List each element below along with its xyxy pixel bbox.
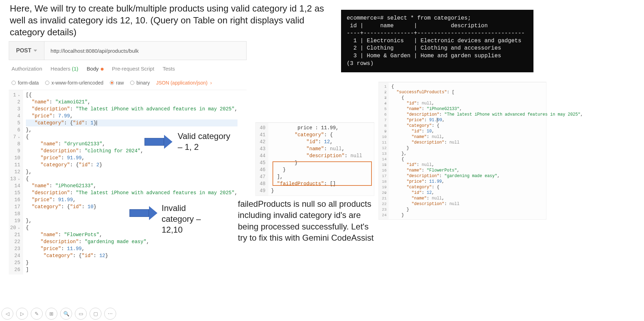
annot-invalid: Invalid category – 12,10 — [162, 203, 218, 235]
db-terminal: ecommerce=# select * from categories; id… — [341, 10, 533, 72]
http-method-label: POST — [16, 48, 31, 54]
request-tabs: Authorization Headers (1) Body Pre-reque… — [9, 60, 247, 77]
url-input[interactable]: http://localhost:8080/api/products/bulk — [44, 42, 246, 60]
pen-icon[interactable]: ✎ — [31, 308, 43, 320]
prev-button[interactable]: ◁ — [1, 308, 13, 320]
camera-icon[interactable]: ▢ — [90, 308, 101, 320]
radio-binary[interactable]: binary — [130, 80, 150, 86]
body-type-options: form-data x-www-form-urlencoded raw bina… — [9, 77, 247, 90]
request-bar: POST http://localhost:8080/api/products/… — [9, 41, 247, 60]
tab-body[interactable]: Body — [87, 66, 104, 74]
radio-formdata[interactable]: form-data — [12, 80, 39, 86]
arrow-valid — [144, 135, 172, 149]
more-icon[interactable]: ⋯ — [104, 308, 116, 320]
subtitle-icon[interactable]: ▭ — [75, 308, 87, 320]
tab-headers[interactable]: Headers (1) — [51, 66, 78, 74]
tab-prerequest[interactable]: Pre-request Script — [112, 66, 154, 74]
explanation-top: Here, We will try to create bulk/multipl… — [10, 3, 332, 38]
tab-authorization[interactable]: Authorization — [12, 66, 42, 74]
postman-panel: POST http://localhost:8080/api/products/… — [9, 41, 247, 275]
grid-icon[interactable]: ⊞ — [45, 308, 57, 320]
slide-toolbar: ◁ ▷ ✎ ⊞ 🔍 ▭ ▢ ⋯ — [0, 308, 116, 320]
chevron-down-icon — [34, 50, 37, 52]
unsaved-dot-icon — [101, 68, 104, 71]
next-button[interactable]: ▷ — [16, 308, 28, 320]
content-type-dropdown[interactable]: JSON (application/json) › — [156, 80, 212, 86]
arrow-invalid — [129, 206, 157, 220]
response-snippet-failed: 40414243444546474849 price : 11.99, "cat… — [255, 122, 374, 196]
response-snippet-full: 123456789101112131415161718192021222324{… — [378, 82, 546, 220]
explanation-mid: failedProducts is null so all products i… — [238, 198, 374, 244]
tab-tests[interactable]: Tests — [163, 66, 175, 74]
http-method-dropdown[interactable]: POST — [9, 42, 44, 60]
radio-urlencoded[interactable]: x-www-form-urlencoded — [45, 80, 104, 86]
radio-raw[interactable]: raw — [110, 80, 124, 86]
zoom-icon[interactable]: 🔍 — [60, 308, 72, 320]
request-body-editor[interactable]: 1234567891011121314151617181920212223242… — [9, 90, 247, 275]
annot-valid: Valid category – 1, 2 — [178, 131, 234, 152]
